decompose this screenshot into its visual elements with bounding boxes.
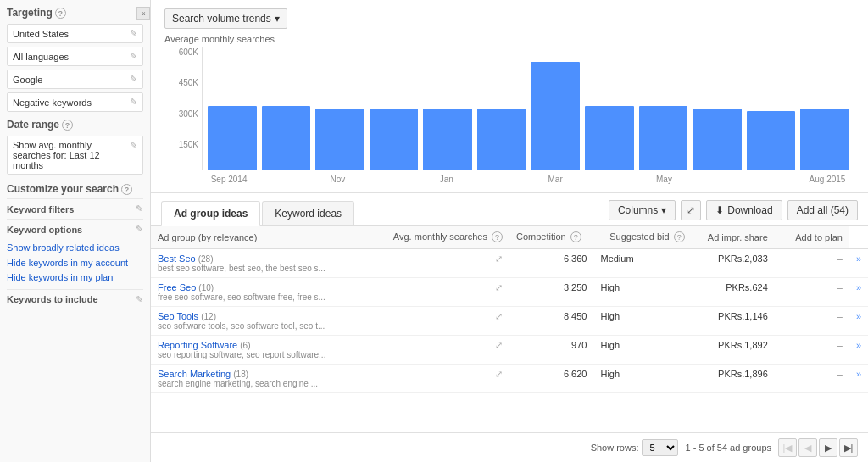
- keyword-filters-edit-icon[interactable]: ✎: [136, 203, 143, 214]
- y-axis-label: 150K: [179, 140, 198, 149]
- rows-per-page-select[interactable]: 5 10 25: [642, 439, 678, 456]
- chart-dropdown[interactable]: Search volume trends ▾: [164, 8, 287, 29]
- ad-group-name-link[interactable]: Free Seo: [158, 282, 196, 292]
- table-header-row: Ad group (by relevance) Avg. monthly sea…: [151, 226, 868, 248]
- tab-ad-group-ideas[interactable]: Ad group ideas: [161, 201, 260, 226]
- trend-chart-icon: ⤢: [495, 253, 503, 264]
- chart-view-toggle-button[interactable]: ⤢: [681, 200, 701, 220]
- targeting-label: Targeting: [7, 7, 53, 19]
- targeting-item-edit-icon[interactable]: ✎: [130, 74, 137, 85]
- columns-button[interactable]: Columns ▾: [609, 200, 676, 220]
- competition-help-icon[interactable]: ?: [570, 231, 581, 242]
- keyword-option-sub-link[interactable]: Hide keywords in my plan: [7, 270, 143, 286]
- targeting-item-edit-icon[interactable]: ✎: [130, 97, 137, 108]
- x-axis-labels: Sep 2014NovJanMarMayAug 2015: [202, 170, 854, 187]
- ad-group-keywords: search engine marketing, search engine .…: [158, 379, 380, 388]
- ad-group-name-link[interactable]: Best Seo: [158, 253, 196, 264]
- keyword-options-item: Keyword options ✎: [7, 219, 143, 239]
- header-suggested-bid: Suggested bid ?: [593, 226, 691, 248]
- chart-bar-wrap[interactable]: [800, 47, 849, 170]
- chart-bar-wrap[interactable]: [531, 47, 580, 170]
- chart-bar-wrap[interactable]: [262, 47, 311, 170]
- targeting-item-edit-icon[interactable]: ✎: [130, 51, 137, 62]
- chart-bar: [423, 109, 472, 170]
- chart-avg-monthly-label: Average monthly searches: [164, 34, 854, 44]
- chart-bar-wrap[interactable]: [639, 47, 688, 170]
- chart-bar-wrap[interactable]: [585, 47, 634, 170]
- add-to-plan-button[interactable]: »: [856, 369, 861, 379]
- ad-group-keywords: free seo software, seo software free, fr…: [158, 292, 380, 302]
- table-body: Best Seo (28) best seo software, best se…: [151, 248, 868, 393]
- y-axis-labels: 600K450K300K150K: [164, 47, 202, 170]
- ad-group-count: (28): [198, 254, 214, 264]
- x-axis-label: Aug 2015: [800, 175, 854, 184]
- chart-bar-wrap[interactable]: [370, 47, 419, 170]
- targeting-item-edit-icon[interactable]: ✎: [130, 28, 137, 39]
- avg-monthly-help-icon[interactable]: ?: [492, 231, 503, 242]
- date-range-section-title: Date range ?: [7, 119, 143, 131]
- next-page-button[interactable]: ▶: [819, 438, 837, 457]
- ad-group-name-link[interactable]: Search Marketing: [158, 369, 231, 379]
- cell-suggested-bid: PKRs.2,033: [692, 248, 775, 278]
- chart-bar-wrap[interactable]: [315, 47, 364, 170]
- customize-title: Customize your search ?: [7, 183, 143, 195]
- suggested-bid-help-icon[interactable]: ?: [674, 231, 685, 242]
- chart-bar-wrap[interactable]: [477, 47, 526, 170]
- cell-avg-monthly: 6,360: [509, 248, 593, 278]
- y-axis-label: 600K: [179, 47, 198, 57]
- add-to-plan-button[interactable]: »: [856, 340, 861, 350]
- add-to-plan-button[interactable]: »: [856, 253, 861, 264]
- download-button[interactable]: ⬇ Download: [706, 200, 782, 220]
- trend-chart-icon: ⤢: [495, 369, 503, 379]
- keyword-option-sub-link[interactable]: Hide keywords in my account: [7, 256, 143, 271]
- cell-competition: High: [593, 278, 691, 307]
- targeting-item-label: Google: [13, 75, 42, 85]
- keyword-option-sub-link[interactable]: Show broadly related ideas: [7, 241, 143, 256]
- ad-group-name-link[interactable]: Seo Tools: [158, 311, 198, 321]
- y-axis-label: 300K: [179, 109, 198, 119]
- cell-trend-icon: ⤢: [387, 248, 509, 278]
- chart-bar: [747, 111, 796, 170]
- cell-avg-monthly: 970: [509, 336, 593, 365]
- cell-ad-impr-share: –: [775, 248, 849, 278]
- keywords-to-include-item: Keywords to include ✎: [7, 289, 143, 309]
- targeting-item-label: All languages: [13, 52, 69, 62]
- targeting-item-label: United States: [13, 29, 69, 39]
- chart-area: Search volume trends ▾ Average monthly s…: [151, 0, 868, 193]
- ad-group-keywords: best seo software, best seo, the best se…: [158, 264, 380, 273]
- add-to-plan-button[interactable]: »: [856, 311, 861, 321]
- toolbar-right: Columns ▾ ⤢ ⬇ Download Add all (54): [609, 200, 858, 225]
- chart-bar-wrap[interactable]: [693, 47, 742, 170]
- chart-bar: [370, 109, 419, 170]
- keywords-to-include-edit-icon[interactable]: ✎: [136, 294, 143, 305]
- keyword-filters-item: Keyword filters ✎: [7, 198, 143, 219]
- date-range-edit-icon[interactable]: ✎: [130, 140, 137, 151]
- add-all-button[interactable]: Add all (54): [787, 200, 858, 220]
- targeting-items-list: United States✎All languages✎Google✎Negat…: [7, 24, 143, 112]
- add-to-plan-button[interactable]: »: [856, 282, 861, 292]
- table-row: Best Seo (28) best seo software, best se…: [151, 248, 868, 278]
- ad-group-name-link[interactable]: Reporting Software: [158, 340, 237, 350]
- targeting-help-icon[interactable]: ?: [55, 8, 66, 19]
- columns-button-label: Columns: [618, 204, 658, 216]
- keyword-options-edit-icon[interactable]: ✎: [136, 224, 143, 235]
- customize-help-icon[interactable]: ?: [121, 184, 132, 195]
- keyword-options-sub-links: Show broadly related ideasHide keywords …: [7, 239, 143, 289]
- chart-bar-wrap[interactable]: [208, 47, 257, 170]
- sidebar: « Targeting ? United States✎All language…: [0, 0, 151, 462]
- cell-add-to-plan: »: [849, 365, 868, 393]
- cell-suggested-bid: PKRs.624: [692, 278, 775, 307]
- keywords-to-include-label: Keywords to include: [7, 294, 98, 304]
- prev-page-button[interactable]: ◀: [798, 438, 817, 457]
- header-add-to-plan: Add to plan: [775, 226, 849, 248]
- last-page-button[interactable]: ▶|: [839, 438, 858, 457]
- first-page-button[interactable]: |◀: [778, 438, 797, 457]
- chart-bar-wrap[interactable]: [747, 47, 796, 170]
- show-rows-section: Show rows: 5 10 25: [591, 439, 679, 456]
- chart-bar-wrap[interactable]: [423, 47, 472, 170]
- page-info-label: 1 - 5 of 54 ad groups: [685, 443, 771, 453]
- chart-bar: [315, 109, 364, 170]
- date-range-help-icon[interactable]: ?: [62, 120, 73, 131]
- collapse-sidebar-button[interactable]: «: [136, 7, 150, 20]
- tab-keyword-ideas[interactable]: Keyword ideas: [262, 201, 354, 225]
